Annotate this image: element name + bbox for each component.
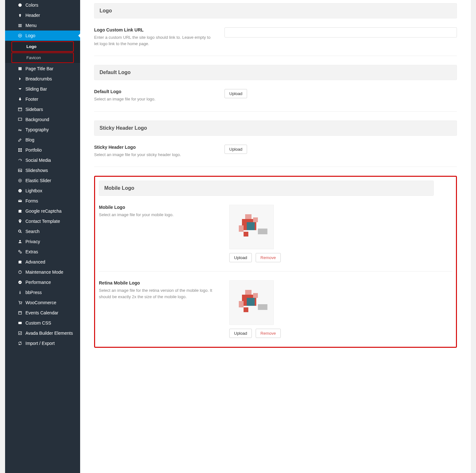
svg-point-11 (19, 180, 21, 181)
sidebar-item-label: Lightbox (25, 188, 42, 193)
highlight-box-mobile-logo: Mobile Logo Mobile Logo Select an image … (94, 176, 457, 348)
remove-button[interactable]: Remove (256, 253, 280, 262)
sidebar-item-colors[interactable]: Colors (5, 0, 80, 10)
sidebar-item-performance[interactable]: Performance (5, 277, 80, 287)
sidebar-item-label: Import / Export (25, 341, 55, 346)
arrow-down-icon (17, 97, 23, 101)
desktop-icon (17, 117, 23, 122)
logo-preview-image (236, 211, 267, 243)
sidebar-item-elastic-slider[interactable]: Elastic Slider (5, 175, 80, 186)
sidebar-item-maintenance-mode[interactable]: Maintenance Mode (5, 267, 80, 277)
svg-point-15 (20, 220, 21, 221)
svg-point-19 (20, 252, 22, 253)
sidebar-item-label: Breadcrumbs (25, 76, 52, 81)
sidebar-subitem-logo[interactable]: Logo (12, 42, 73, 51)
sidebar-item-forms[interactable]: Forms (5, 196, 80, 206)
svg-point-21 (18, 281, 22, 284)
bars-icon (17, 23, 23, 28)
sidebar-item-import-export[interactable]: Import / Export (5, 338, 80, 348)
sidebar-item-advanced[interactable]: Advanced (5, 257, 80, 267)
sidebar-item-label: Header (25, 13, 40, 18)
chevron-down-icon (17, 87, 23, 91)
sidebar-item-label: Advanced (25, 259, 45, 264)
sidebar-item-portfolio[interactable]: Portfolio (5, 145, 80, 155)
sidebar-item-background[interactable]: Background (5, 114, 80, 125)
power-icon (17, 270, 23, 274)
svg-text:Aa: Aa (18, 129, 22, 132)
svg-rect-3 (18, 118, 22, 120)
sidebar-item-bbpress[interactable]: bbPress (5, 287, 80, 298)
sidebar-subitem-favicon[interactable]: Favicon (12, 53, 73, 62)
layout-icon (17, 107, 23, 112)
settings-sidebar: Colors Header Menu Logo Logo Favicon Pag… (5, 0, 80, 473)
sidebar-item-custom-css[interactable]: Custom CSS (5, 318, 80, 328)
sidebar-item-label: Contact Template (25, 219, 60, 224)
sidebar-item-privacy[interactable]: Privacy (5, 236, 80, 247)
field-label: Logo Custom Link URL (94, 27, 212, 32)
sidebar-item-page-title-bar[interactable]: Page Title Bar (5, 64, 80, 74)
sidebar-item-sliding-bar[interactable]: Sliding Bar (5, 84, 80, 94)
sidebar-item-logo[interactable]: Logo (5, 31, 80, 41)
columns-icon (17, 66, 23, 71)
sidebar-item-sidebars[interactable]: Sidebars (5, 104, 80, 114)
sidebar-item-label: Typography (25, 127, 49, 132)
envelope-icon (17, 199, 23, 203)
check-square-icon (17, 331, 23, 335)
svg-point-23 (19, 304, 20, 305)
sidebar-item-footer[interactable]: Footer (5, 94, 80, 104)
field-label: Sticky Header Logo (94, 145, 212, 150)
svg-rect-6 (20, 148, 22, 150)
sidebar-item-avada-builder-elements[interactable]: Avada Builder Elements (5, 328, 80, 338)
sidebar-item-extras[interactable]: Extras (5, 247, 80, 257)
sidebar-item-label: Custom CSS (25, 320, 51, 326)
sidebar-item-typography[interactable]: AaTypography (5, 125, 80, 135)
sidebar-item-events-calendar[interactable]: Events Calendar (5, 308, 80, 318)
plus-circle-icon (17, 33, 23, 38)
sidebar-item-lightbox[interactable]: iLightbox (5, 186, 80, 196)
sidebar-item-slideshows[interactable]: Slideshows (5, 165, 80, 175)
sidebar-item-contact-template[interactable]: Contact Template (5, 216, 80, 226)
sidebar-item-label: Menu (25, 23, 37, 28)
sidebar-item-label: Privacy (25, 239, 40, 244)
highlight-box-favicon-sub: Favicon (11, 52, 74, 63)
remove-button[interactable]: Remove (256, 329, 280, 338)
field-retina-mobile-logo: Retina Mobile Logo Select an image file … (99, 271, 452, 347)
sidebar-item-label: WooCommerce (25, 300, 56, 305)
mobile-logo-thumbnail[interactable] (229, 205, 274, 249)
svg-point-17 (19, 240, 21, 242)
search-icon (17, 229, 23, 234)
sidebar-item-label: Forms (25, 198, 38, 203)
sidebar-item-label: Blog (25, 137, 34, 142)
field-description: Select an image file for the retina vers… (99, 287, 217, 300)
map-pin-icon (17, 219, 23, 223)
edit-icon (17, 138, 23, 142)
sidebar-item-search[interactable]: Search (5, 226, 80, 236)
retina-mobile-logo-thumbnail[interactable] (229, 280, 274, 325)
svg-rect-27 (18, 332, 21, 334)
sidebar-item-header[interactable]: Header (5, 10, 80, 20)
upload-button[interactable]: Upload (229, 329, 252, 338)
upload-button[interactable]: Upload (224, 89, 247, 98)
highlight-box-logo-sub: Logo (11, 41, 74, 52)
sidebar-item-social-media[interactable]: Social Media (5, 155, 80, 165)
logo-preview-image (236, 287, 267, 319)
sidebar-item-label: Extras (25, 249, 38, 254)
upload-button[interactable]: Upload (224, 145, 247, 154)
sidebar-item-google-recaptcha[interactable]: Google reCaptcha (5, 206, 80, 216)
sidebar-item-label: Slideshows (25, 168, 48, 173)
sidebar-item-woocommerce[interactable]: WooCommerce (5, 298, 80, 308)
circle-dot-icon (17, 178, 23, 183)
upload-button[interactable]: Upload (229, 253, 252, 262)
sidebar-item-menu[interactable]: Menu (5, 20, 80, 31)
cogs-icon (17, 250, 23, 254)
field-description: Select an image file for your logo. (94, 96, 212, 102)
cart-icon (17, 300, 23, 305)
sidebar-item-breadcrumbs[interactable]: Breadcrumbs (5, 74, 80, 84)
sidebar-item-blog[interactable]: Blog (5, 135, 80, 145)
svg-point-16 (18, 230, 21, 232)
logo-custom-url-input[interactable] (224, 27, 457, 38)
section-header-logo: Logo (94, 3, 457, 18)
svg-point-24 (21, 304, 22, 305)
sidebar-item-label: Portfolio (25, 147, 42, 153)
field-sticky-logo: Sticky Header Logo Select an image file … (94, 136, 457, 167)
